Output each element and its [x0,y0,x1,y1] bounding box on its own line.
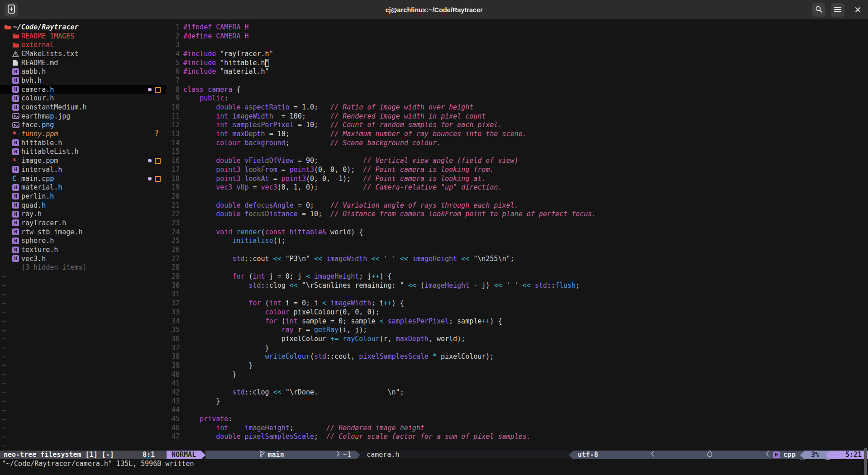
tree-item-label: texture.h [21,246,58,254]
line-text: public: [183,94,228,102]
line-text: double focusDistance = 10; // Distance f… [183,210,596,218]
tree-item-label: hittableList.h [21,147,78,156]
code-line-7[interactable]: 7 [166,76,868,85]
tree-item-bvh-h[interactable]: Hbvh.h [0,76,166,85]
tree-item-rtw-stb-image-h[interactable]: Hrtw_stb_image.h [0,228,166,237]
scroll-progress: 3% [805,451,825,460]
tree-item-face-png[interactable]: face.png [0,121,166,130]
tree-item-hittable-h[interactable]: Hhittable.h [0,138,166,147]
code-line-31[interactable]: 31 [166,290,868,299]
tree-item-funny-ppm[interactable]: *funny.ppm? [0,129,166,138]
code-line-6[interactable]: 6#include "material.h" [166,67,868,76]
tree-item-constantmedium-h[interactable]: HconstantMedium.h [0,103,166,112]
close-button[interactable] [851,3,864,17]
tree-root[interactable]: ~/Code/Raytracer [0,23,166,32]
terminal-scrollbar[interactable] [864,448,867,475]
code-line-39[interactable]: 39 } [166,361,868,370]
tree-item-perlin-h[interactable]: Hperlin.h [0,192,166,201]
chevron-right-icon [287,442,340,467]
tree-item-material-h[interactable]: Hmaterial.h [0,183,166,192]
code-line-26[interactable]: 26 [166,245,868,254]
hidden-items-note: (3 hidden items) [0,263,166,272]
tree-item-texture-h[interactable]: Htexture.h [0,245,166,254]
window-title: cj@archlinux:~/Code/Raytracer [0,0,868,20]
tree-item-interval-h[interactable]: Hinterval.h [0,165,166,174]
tree-item-hittablelist-h[interactable]: HhittableList.h [0,147,166,157]
tree-item-vec3-h[interactable]: Hvec3.h [0,254,166,263]
tree-item-main-cpp[interactable]: Cmain.cpp [0,174,166,183]
code-line-38[interactable]: 38 writeColour(std::cout, pixelSamplesSc… [166,352,868,361]
powerline-separator [825,451,830,460]
tree-item-quad-h[interactable]: Hquad.h [0,201,166,210]
code-line-27[interactable]: 27 std::cout << "P3\n" << imageWidth << … [166,254,868,263]
code-line-18[interactable]: 18 point3 lookAt = point3(0, 0, -1); // … [166,174,868,183]
code-line-4[interactable]: 4#include "rayTracer.h" [166,49,868,58]
search-button[interactable] [812,3,825,17]
code-line-45[interactable]: 45 private: [166,414,868,423]
code-line-12[interactable]: 12 int samplesPerPixel = 10; // Count of… [166,121,868,130]
code-line-11[interactable]: 11 int imageWidth = 100; // Rendered ima… [166,112,868,121]
code-line-46[interactable]: 46 int imageHeight; // Rendered image he… [166,423,868,432]
code-line-29[interactable]: 29 for (int j = 0; j < imageHeight; j++)… [166,272,868,281]
tree-item-aabb-h[interactable]: Haabb.h [0,67,166,76]
tree-item-readme-md[interactable]: README.md [0,58,166,67]
code-line-13[interactable]: 13 int maxDepth = 10; // Maximum number … [166,129,868,138]
line-text: #define CAMERA_H [183,32,249,40]
code-line-23[interactable]: 23 [166,218,868,228]
tree-item-colour-h[interactable]: Hcolour.h [0,94,166,103]
code-line-40[interactable]: 40 } [166,370,868,379]
code-line-22[interactable]: 22 double focusDistance = 10; // Distanc… [166,209,868,218]
chevron-left-icon [602,442,654,467]
tree-item-ray-h[interactable]: Hray.h [0,209,166,218]
code-line-14[interactable]: 14 colour background; // Scene backgroun… [166,138,868,147]
code-line-41[interactable]: 41 [166,379,868,388]
menu-button[interactable] [831,3,844,17]
code-line-16[interactable]: 16 double vFieldOfView = 90; // Vertical… [166,156,868,165]
editor-pane[interactable]: 1#ifndef CAMERA_H2#define CAMERA_H34#inc… [166,20,868,451]
code-line-15[interactable]: 15 [166,147,868,157]
code-line-21[interactable]: 21 double defocusAngle = 0; // Variation… [166,201,868,210]
code-line-36[interactable]: 36 pixelColour += rayColour(r, maxDepth,… [166,334,868,343]
code-line-8[interactable]: 8class camera { [166,85,868,94]
code-line-1[interactable]: 1#ifndef CAMERA_H [166,23,868,32]
command-message-line: "~/Code/Raytracer/camera.h" 135L, 5996B … [2,459,194,468]
code-line-30[interactable]: 30 std::clog << "\rScanlines remaining: … [166,281,868,290]
code-line-9[interactable]: 9 public: [166,94,868,103]
code-line-28[interactable]: 28 [166,263,868,272]
image-file-icon [12,113,21,119]
tree-root-label: ~/Code/Raytracer [13,23,79,31]
tree-item-readme-images[interactable]: README_IMAGES [0,32,166,41]
code-line-44[interactable]: 44 [166,406,868,415]
tree-item-earthmap-jpg[interactable]: earthmap.jpg [0,112,166,121]
tree-item-camera-h[interactable]: Hcamera.h [0,85,166,94]
code-line-17[interactable]: 17 point3 lookFrom = point3(0, 0, 0); //… [166,165,868,174]
code-line-19[interactable]: 19 vec3 vUp = vec3(0, 1, 0); // Camera-r… [166,183,868,192]
code-line-43[interactable]: 43 } [166,397,868,406]
code-line-20[interactable]: 20 [166,192,868,201]
tree-item-external[interactable]: external [0,40,166,49]
tree-item-image-ppm[interactable]: *image.ppm [0,156,166,165]
line-text: int imageWidth = 100; // Rendered image … [183,112,486,120]
code-line-47[interactable]: 47 double pixelSamplesScale; // Colour s… [166,432,868,442]
code-line-5[interactable]: 5#include "hittable.h" [166,58,868,67]
code-line-2[interactable]: 2#define CAMERA_H [166,32,868,41]
line-number: 5 [166,59,180,67]
code-line-25[interactable]: 25 initialise(); [166,237,868,246]
code-line-24[interactable]: 24 void render(const hittable& world) { [166,228,868,237]
code-line-34[interactable]: 34 for (int sample = 0; sample < samples… [166,317,868,326]
code-line-37[interactable]: 37 } [166,343,868,352]
neotree-status-label: neo-tree filesystem [1] [-] [0,451,114,459]
tree-item-cmakelists-txt[interactable]: CMakeLists.txt [0,49,166,58]
code-line-42[interactable]: 42 std::clog << "\rDone. \n"; [166,388,868,397]
code-line-10[interactable]: 10 double aspectRatio = 1.0; // Ratio of… [166,103,868,112]
file-explorer[interactable]: ~/Code/Raytracer README_IMAGESexternalCM… [0,20,166,451]
code-line-35[interactable]: 35 ray r = getRay(i, j); [166,325,868,334]
code-line-33[interactable]: 33 colour pixelColour(0, 0, 0); [166,308,868,317]
empty-line-tilde: ~ [2,299,6,308]
tree-item-raytracer-h[interactable]: HrayTracer.h [0,218,166,228]
empty-line-tilde: ~ [2,442,6,451]
code-line-3[interactable]: 3 [166,40,868,49]
code-line-32[interactable]: 32 for (int i = 0; i < imageWidth; i++) … [166,299,868,308]
tree-item-sphere-h[interactable]: Hsphere.h [0,237,166,246]
neotree-statusline: neo-tree filesystem [1] [-] 8:1 [0,451,167,460]
